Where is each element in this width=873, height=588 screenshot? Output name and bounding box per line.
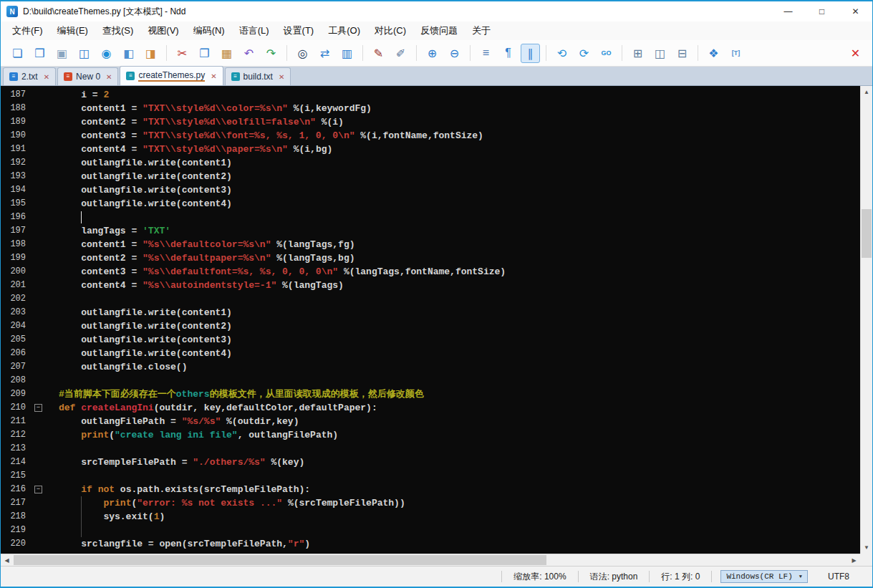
code-text[interactable] <box>59 469 860 483</box>
code-text[interactable]: def createLangIni(outdir, key,defaultCol… <box>59 401 860 415</box>
code-text[interactable]: content2 = "%s\\defaultpaper=%s\n" %(lan… <box>59 251 860 265</box>
code-text[interactable] <box>59 211 860 224</box>
menu-item-8[interactable]: 对比(C) <box>367 21 413 40</box>
code-text[interactable]: srclangfile = open(srcTempleFilePath,"r"… <box>59 537 860 551</box>
editor-line[interactable]: 189 content2 = "TXT\\style%d\\eolfill=fa… <box>1 115 860 129</box>
editor-line[interactable]: 212 print("create lang ini file", outlan… <box>1 428 860 442</box>
editor-line[interactable]: 216− if not os.path.exists(srcTempleFile… <box>1 483 860 496</box>
editor-line[interactable]: 204 outlangfile.write(content2) <box>1 319 860 333</box>
tab-close-icon[interactable]: ✕ <box>211 72 216 80</box>
code-text[interactable]: sys.exit(1) <box>59 510 860 524</box>
code-text[interactable]: outlangfile.write(content1) <box>59 156 860 170</box>
tab-build.txt[interactable]: ≡build.txt✕ <box>225 67 291 85</box>
save-all-icon[interactable]: ◫ <box>74 44 94 63</box>
compare-right-icon[interactable]: ◨ <box>141 44 160 63</box>
open-file-icon[interactable]: ❒ <box>30 44 49 63</box>
editor-line[interactable]: 202 <box>1 292 860 306</box>
editor-line[interactable]: 213 <box>1 442 860 456</box>
editor-line[interactable]: 191 content4 = "TXT\\style%d\\paper=%s\n… <box>1 143 860 156</box>
code-text[interactable]: outlangfile.write(content1) <box>59 306 860 319</box>
editor-line[interactable]: 217 print("error: %s not exists ..." %(s… <box>1 496 860 510</box>
horizontal-scroll-thumb[interactable] <box>14 555 546 565</box>
editor-line[interactable]: 214 srcTempleFilePath = "./others/%s" %(… <box>1 456 860 469</box>
editor-line[interactable]: 205 outlangfile.write(content3) <box>1 333 860 347</box>
minimize-button[interactable]: — <box>771 1 805 21</box>
horizontal-scrollbar[interactable]: ◀ ▶ <box>1 554 860 566</box>
window-vertical-icon[interactable]: ◫ <box>650 44 670 63</box>
scroll-down-icon[interactable]: ▼ <box>861 541 872 554</box>
menu-item-10[interactable]: 关于 <box>465 21 498 40</box>
find-in-files-icon[interactable]: ▥ <box>337 44 357 63</box>
editor-line[interactable]: 197 langTags = 'TXT' <box>1 224 860 238</box>
code-text[interactable]: langTags = 'TXT' <box>59 224 860 238</box>
editor-line[interactable]: 209#当前脚本下面必须存在一个others的模板文件，从里面读取现成的模板，然… <box>1 387 860 401</box>
editor-line[interactable]: 220 srclangfile = open(srcTempleFilePath… <box>1 537 860 551</box>
code-text[interactable]: content3 = "TXT\\style%d\\font=%s, %s, 1… <box>59 129 860 143</box>
replace-icon[interactable]: ⇄ <box>315 44 334 63</box>
editor-line[interactable]: 203 outlangfile.write(content1) <box>1 306 860 319</box>
code-text[interactable]: outlangfile.write(content2) <box>59 319 860 333</box>
vertical-scrollbar[interactable]: ▲ ▼ <box>860 86 872 554</box>
code-text[interactable]: #当前脚本下面必须存在一个others的模板文件，从里面读取现成的模板，然后修改… <box>59 387 860 401</box>
code-text[interactable]: outlangfile.write(content4) <box>59 197 860 211</box>
text-format-icon[interactable]: [T] <box>726 44 746 63</box>
menu-item-1[interactable]: 编辑(E) <box>50 21 95 40</box>
cut-icon[interactable]: ✂ <box>173 44 192 63</box>
clear-marks-icon[interactable]: ✐ <box>391 44 410 63</box>
code-text[interactable]: outlangfile.write(content3) <box>59 183 860 197</box>
editor-code[interactable]: 187 i = 2188 content1 = "TXT\\style%d\\c… <box>1 86 860 554</box>
code-text[interactable]: outlangfile.close() <box>59 360 860 374</box>
nav-back-icon[interactable]: ⟲ <box>552 44 571 63</box>
editor-line[interactable]: 198 content1 = "%s\\defaultcolor=%s\n" %… <box>1 238 860 251</box>
goto-line-icon[interactable]: GO <box>597 44 616 63</box>
copy-icon[interactable]: ❐ <box>195 44 214 63</box>
scroll-right-icon[interactable]: ▶ <box>848 554 860 566</box>
code-text[interactable]: content3 = "%s\\defaultfont=%s, %s, 0, 0… <box>59 265 860 279</box>
editor-line[interactable]: 215 <box>1 469 860 483</box>
save-file-icon[interactable]: ▣ <box>52 44 72 63</box>
tab-close-icon[interactable]: ✕ <box>106 73 112 81</box>
window-horizontal-icon[interactable]: ⊟ <box>672 44 692 63</box>
fold-marker-icon[interactable]: − <box>34 404 42 412</box>
mark-icon[interactable]: ✎ <box>369 44 388 63</box>
editor-line[interactable]: 207 outlangfile.close() <box>1 360 860 374</box>
redo-icon[interactable]: ↷ <box>261 44 281 63</box>
scroll-left-icon[interactable]: ◀ <box>1 554 13 566</box>
code-text[interactable]: content4 = "TXT\\style%d\\paper=%s\n" %(… <box>59 143 860 156</box>
plugin-icon[interactable]: ❖ <box>704 44 723 63</box>
editor-line[interactable]: 210−def createLangIni(outdir, key,defaul… <box>1 401 860 415</box>
tab-close-icon[interactable]: ✕ <box>44 73 49 81</box>
close-file-icon[interactable]: ✕ <box>846 44 865 63</box>
tab-2.txt[interactable]: ≡2.txt✕ <box>3 67 56 85</box>
editor-line[interactable]: 188 content1 = "TXT\\style%d\\color=%s\n… <box>1 102 860 115</box>
editor-line[interactable]: 194 outlangfile.write(content3) <box>1 183 860 197</box>
preview-icon[interactable]: ◉ <box>97 44 116 63</box>
code-text[interactable] <box>59 292 860 306</box>
editor-line[interactable]: 187 i = 2 <box>1 88 860 102</box>
code-text[interactable] <box>59 374 860 387</box>
code-text[interactable]: content1 = "TXT\\style%d\\color=%s\n" %(… <box>59 102 860 115</box>
menu-item-4[interactable]: 编码(N) <box>186 21 232 40</box>
editor-line[interactable]: 206 outlangfile.write(content4) <box>1 347 860 360</box>
menu-item-3[interactable]: 视图(V) <box>140 21 185 40</box>
editor-line[interactable]: 211 outlangFilePath = "%s/%s" %(outdir,k… <box>1 415 860 428</box>
editor-line[interactable]: 201 content4 = "%s\\autoindentstyle=-1" … <box>1 279 860 292</box>
code-text[interactable] <box>59 442 860 456</box>
zoom-in-icon[interactable]: ⊕ <box>423 44 442 63</box>
code-text[interactable]: srcTempleFilePath = "./others/%s" %(key) <box>59 456 860 469</box>
editor-line[interactable]: 192 outlangfile.write(content1) <box>1 156 860 170</box>
find-icon[interactable]: ◎ <box>293 44 312 63</box>
editor-line[interactable]: 219 <box>1 524 860 537</box>
code-text[interactable]: outlangfile.write(content3) <box>59 333 860 347</box>
code-text[interactable]: content2 = "TXT\\style%d\\eolfill=false\… <box>59 115 860 129</box>
editor-line[interactable]: 200 content3 = "%s\\defaultfont=%s, %s, … <box>1 265 860 279</box>
code-text[interactable]: content4 = "%s\\autoindentstyle=-1" %(la… <box>59 279 860 292</box>
tab-createThemes.py[interactable]: ≡createThemes.py✕ <box>120 66 223 85</box>
editor-line[interactable]: 190 content3 = "TXT\\style%d\\font=%s, %… <box>1 129 860 143</box>
editor-line[interactable]: 218 sys.exit(1) <box>1 510 860 524</box>
code-text[interactable]: content1 = "%s\\defaultcolor=%s\n" %(lan… <box>59 238 860 251</box>
editor-line[interactable]: 199 content2 = "%s\\defaultpaper=%s\n" %… <box>1 251 860 265</box>
code-text[interactable]: if not os.path.exists(srcTempleFilePath)… <box>59 483 860 496</box>
menu-item-5[interactable]: 语言(L) <box>232 21 276 40</box>
menu-item-7[interactable]: 工具(O) <box>321 21 367 40</box>
